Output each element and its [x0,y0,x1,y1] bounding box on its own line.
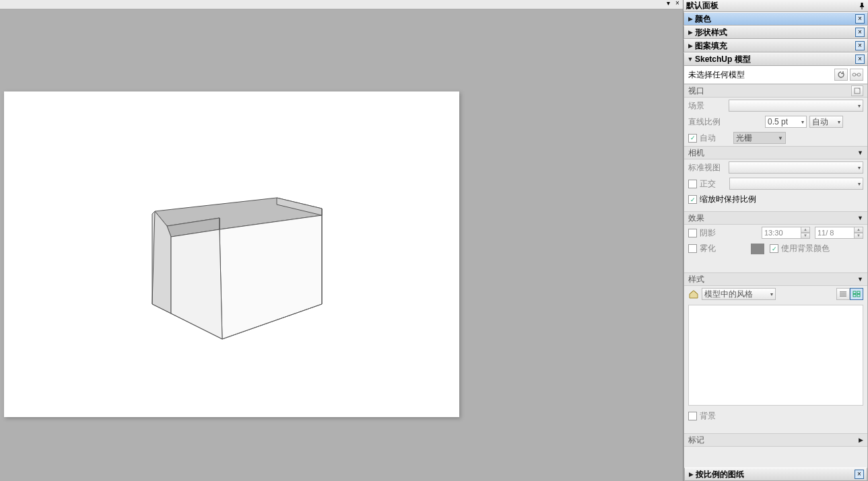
use-bg-color-label: 使用背景颜色 [781,243,830,254]
viewport-header-label: 视口 [688,85,704,97]
svg-rect-19 [853,291,856,294]
chevron-down-icon: ▼ [857,276,863,283]
auto-label: 自动 [812,116,828,128]
viewport-canvas[interactable] [4,91,459,417]
close-icon[interactable]: × [855,14,865,24]
main-area: ▾ × [0,0,683,481]
std-view-label: 标准视图 [688,162,726,174]
tag-header-label: 标记 [688,435,704,446]
spinner-up-icon[interactable]: ▲ [801,227,810,233]
spinner-down-icon[interactable]: ▼ [801,233,810,239]
close-icon[interactable]: × [855,54,865,64]
house-icon [688,289,699,299]
refresh-icon [837,71,845,79]
use-bg-color-checkbox[interactable]: ✓ [770,244,778,253]
style-header-label: 样式 [688,274,704,285]
panel-title-bar: 默认面板 [683,0,868,12]
camera-header[interactable]: 相机 ▼ [684,146,867,159]
ortho-select[interactable]: ▾ [729,178,863,190]
chevron-right-icon: ▶ [688,471,694,478]
viewport-header: 视口 [684,84,867,98]
fog-label: 雾化 [700,243,727,254]
chevron-down-icon: ▼ [778,135,783,141]
chevron-down-icon: ▼ [857,149,863,156]
shadow-date-spinner[interactable]: 11/ 8 ▲▼ [815,227,863,239]
chevron-right-icon: ▶ [687,15,694,22]
style-value: 模型中的风格 [704,289,753,300]
chevron-down-icon: ▼ [857,215,863,221]
section-scaled[interactable]: ▶ 按比例的图纸 × [684,468,867,481]
svg-rect-22 [857,295,860,297]
shadow-time-spinner[interactable]: 13:30 ▲▼ [762,227,810,239]
line-scale-value: 0.5 pt [768,117,788,126]
list-view-button[interactable] [836,288,850,300]
dropdown-icon[interactable]: ▾ [664,0,672,8]
background-label: 背景 [700,410,716,422]
section-label: 颜色 [694,13,855,25]
svg-marker-4 [171,229,222,339]
chevron-right-icon: ▶ [687,29,694,36]
scene-select[interactable]: ▾ [729,100,863,112]
fog-color-swatch[interactable] [751,244,764,254]
right-panel: 默认面板 ▶ 颜色 × ▶ 形状样式 × ▶ 图案填充 × ▼ SketchUp… [683,0,868,481]
chevron-down-icon: ▾ [858,165,861,171]
section-pattern[interactable]: ▶ 图案填充 × [683,39,868,52]
effects-header-label: 效果 [688,213,704,224]
section-label: 形状样式 [694,27,855,38]
chevron-down-icon: ▾ [858,103,861,109]
style-header[interactable]: 样式 ▼ [684,272,867,286]
grid-view-button[interactable] [850,288,863,300]
ortho-label: 正交 [700,178,727,190]
auto-select[interactable]: 自动 ▾ [809,116,843,128]
pin-icon[interactable] [859,3,865,9]
close-icon[interactable]: × [855,470,864,479]
section-shape[interactable]: ▶ 形状样式 × [683,26,868,39]
shadow-row: 阴影 13:30 ▲▼ 11/ 8 ▲▼ [684,225,867,241]
link-icon [852,71,861,78]
shadow-date-value: 11/ 8 [815,227,854,239]
close-icon[interactable]: × [673,0,681,8]
ortho-row: 正交 ▾ [684,176,867,192]
spinner-up-icon[interactable]: ▲ [854,227,863,233]
background-checkbox[interactable] [688,412,697,420]
camera-header-label: 相机 [688,147,704,159]
tag-header[interactable]: 标记 ▶ [684,433,867,447]
grid-icon [853,291,861,297]
section-sketchup-model[interactable]: ▼ SketchUp 模型 × [683,52,868,66]
std-view-select[interactable]: ▾ [729,161,863,174]
chevron-down-icon: ▾ [801,119,804,125]
effects-header[interactable]: 效果 ▼ [684,211,867,225]
link-button[interactable] [850,69,863,81]
line-scale-input[interactable]: 0.5 pt ▾ [765,116,807,128]
spinner-down-icon[interactable]: ▼ [854,233,863,239]
background-row: 背景 [684,408,867,424]
chevron-down-icon: ▾ [770,291,773,297]
list-icon [839,291,847,297]
preserve-scale-checkbox[interactable]: ✓ [688,195,697,204]
viewport-tool-button[interactable] [851,85,863,96]
sketchup-model-body: 未选择任何模型 视口 场景 ▾ [683,66,868,481]
style-select[interactable]: 模型中的风格 ▾ [702,288,776,300]
close-icon[interactable]: × [855,41,865,50]
model-svg [4,91,459,417]
ortho-checkbox[interactable] [688,180,697,188]
style-picker-row: 模型中的风格 ▾ [684,286,867,302]
preserve-scale-row: ✓ 缩放时保持比例 [684,192,867,207]
preserve-scale-label: 缩放时保持比例 [700,194,756,205]
close-icon[interactable]: × [855,28,865,37]
chevron-down-icon: ▾ [858,181,861,187]
section-color[interactable]: ▶ 颜色 × [683,12,868,26]
shadow-label: 阴影 [700,227,727,239]
frame-icon [854,87,861,94]
chevron-down-icon: ▼ [687,56,694,63]
style-list[interactable] [688,305,863,406]
render-mode-select[interactable]: 光栅 ▼ [733,132,786,144]
section-label: 图案填充 [694,40,855,52]
std-view-row: 标准视图 ▾ [684,159,867,176]
chevron-right-icon: ▶ [859,437,863,443]
shadow-time-value: 13:30 [762,227,801,239]
auto-checkbox[interactable]: ✓ [688,134,697,143]
shadow-checkbox[interactable] [688,229,697,237]
refresh-button[interactable] [834,69,848,81]
fog-checkbox[interactable] [688,244,697,253]
